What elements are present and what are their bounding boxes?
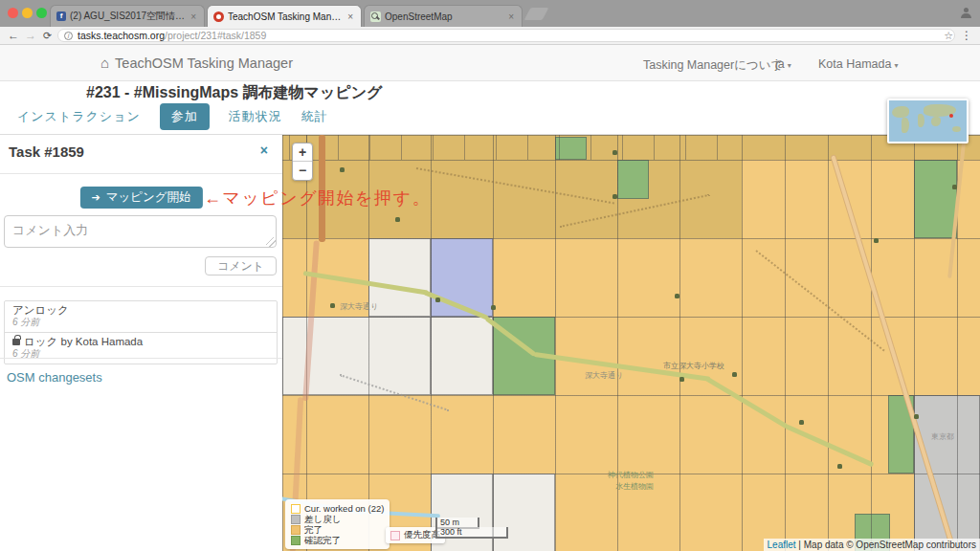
task-tile-working[interactable] [431,317,493,395]
map-poi-icon [612,150,617,155]
zoom-control: + − [292,143,313,181]
arrow-icon: ➔ [91,191,100,203]
map-place-label: 水生植物園 [615,481,654,492]
map-place-label: 神代植物公園 [608,470,654,480]
legend-swatch-done [291,525,301,535]
map-poi-icon [330,303,335,308]
map-poi-icon [340,167,345,172]
task-tile-validated[interactable] [555,137,587,160]
browser-tab-facebook[interactable]: f (2) AGU_SIS2017空間情報シス.. × [50,5,205,27]
browser-tab-openstreetmap[interactable]: OpenStreetMap × [364,5,523,27]
home-icon: ⌂ [100,55,109,71]
map-poi-icon [491,305,496,310]
bookmark-star-icon[interactable]: ☆ [944,29,953,42]
divider [0,358,282,359]
map-poi-icon [679,377,684,382]
nav-user-dropdown[interactable]: Kota Hamada▾ [818,57,898,71]
map-legend: Cur. worked on (22) 差し戻し 完了 確認完了 [285,499,390,549]
traffic-light-minimize-icon[interactable] [22,8,33,18]
divider [0,173,282,174]
tab-title: TeachOSM Tasking Manager - [228,11,342,22]
map-place-label: 深大寺通り [585,370,623,381]
attribution-text: Map data © OpenStreetMap contributors [804,540,976,550]
zoom-out-button[interactable]: − [293,162,312,180]
legend-swatch-worked-on [291,504,301,514]
page-title: #231 - #MissingMaps 調布建物マッピング [86,83,383,103]
legend-label: 確認完了 [304,535,341,545]
map-road [785,424,874,467]
browser-profile-icon[interactable] [960,7,972,19]
url-path: /project/231#task/1859 [165,30,266,41]
comment-input[interactable] [4,215,277,248]
map-poi-icon [395,217,400,222]
tab-close-icon[interactable]: × [189,11,198,22]
map-poi-icon [612,194,617,199]
task-tile-working[interactable] [493,474,555,551]
teachosm-icon [213,11,224,22]
back-button[interactable]: ← [8,27,19,44]
close-icon[interactable]: × [260,143,268,158]
tab-close-icon[interactable]: × [506,11,516,22]
chevron-down-icon: ▾ [894,61,898,70]
nav-language-dropdown[interactable]: ja▾ [775,57,791,71]
url-host: tasks.teachosm.org [78,30,165,41]
traffic-light-zoom-icon[interactable] [36,8,47,18]
history-action: アンロック [12,304,269,317]
facebook-icon: f [56,11,66,21]
osm-magnifier-icon [370,11,381,22]
tab-contribute[interactable]: 参加 [160,103,210,130]
comment-button[interactable]: コメント [205,256,277,276]
map-poi-icon [799,420,804,425]
history-action: ロック by Kota Hamada [24,336,143,347]
map-place-label: 深大寺通り [340,301,378,312]
tab-stats[interactable]: 統計 [301,108,328,125]
tab-instructions[interactable]: インストラクション [17,108,141,125]
new-tab-button[interactable] [524,8,549,20]
map-poi-icon [874,238,879,243]
reload-button[interactable]: ⟳ [43,27,52,44]
nav-about-link[interactable]: Tasking Managerについて [643,57,786,74]
map-poi-icon [732,372,737,377]
osm-changesets-link[interactable]: OSM changesets [7,370,102,385]
history-row: ロック by Kota Hamada 6 分前 [5,332,277,364]
url-bar[interactable]: i tasks.teachosm.org/project/231#task/18… [57,29,955,42]
map-poi-icon [837,464,842,469]
browser-tab-teachosm[interactable]: TeachOSM Tasking Manager - × [207,5,362,27]
screen: f (2) AGU_SIS2017空間情報シス.. × TeachOSM Tas… [0,0,980,551]
task-tile-validated[interactable] [617,160,649,199]
task-tile-dark [282,135,980,160]
legend-swatch-priority [390,531,400,540]
map-road [705,376,789,429]
traffic-light-close-icon[interactable] [8,8,18,18]
history-time: 6 分前 [12,317,269,328]
map-attribution: Leaflet | Map data © OpenStreetMap contr… [764,539,980,551]
project-tabs: インストラクション 参加 活動状況 統計 [17,105,328,128]
tab-activity[interactable]: 活動状況 [229,108,282,125]
map-place-label: 市立深大寺小学校 [663,361,724,371]
legend-swatch-returned [291,515,301,524]
tab-close-icon[interactable]: × [345,11,355,22]
site-header: ⌂TeachOSM Tasking Manager Tasking Manage… [0,45,980,81]
minimap-marker-icon [949,114,953,118]
task-history-list: アンロック 6 分前 ロック by Kota Hamada 6 分前 [4,300,278,364]
legend-label: Cur. worked on (22) [304,503,384,514]
legend-label: 差し戻し [304,514,341,524]
task-tile-validated[interactable] [914,160,957,238]
divider [0,286,282,287]
map-poi-icon [914,414,919,419]
history-row: アンロック 6 分前 [5,301,277,332]
browser-menu-icon[interactable]: ⋮ [961,28,972,44]
forward-button[interactable]: → [25,27,36,44]
tab-title: (2) AGU_SIS2017空間情報シス.. [70,10,185,23]
brand-link[interactable]: ⌂TeachOSM Tasking Manager [100,55,293,71]
tab-title: OpenStreetMap [385,11,502,22]
leaflet-link[interactable]: Leaflet [768,540,796,550]
page-info-icon[interactable]: i [64,32,73,40]
browser-toolbar: ← → ⟳ i tasks.teachosm.org/project/231#t… [0,27,980,45]
scale-bar: 50 m 300 ft [435,518,508,539]
map-poi-icon [435,298,440,302]
overview-world-map [887,99,969,143]
map-poi-icon [675,294,679,298]
zoom-in-button[interactable]: + [293,143,312,162]
start-mapping-button[interactable]: ➔マッピング開始 [79,187,202,209]
